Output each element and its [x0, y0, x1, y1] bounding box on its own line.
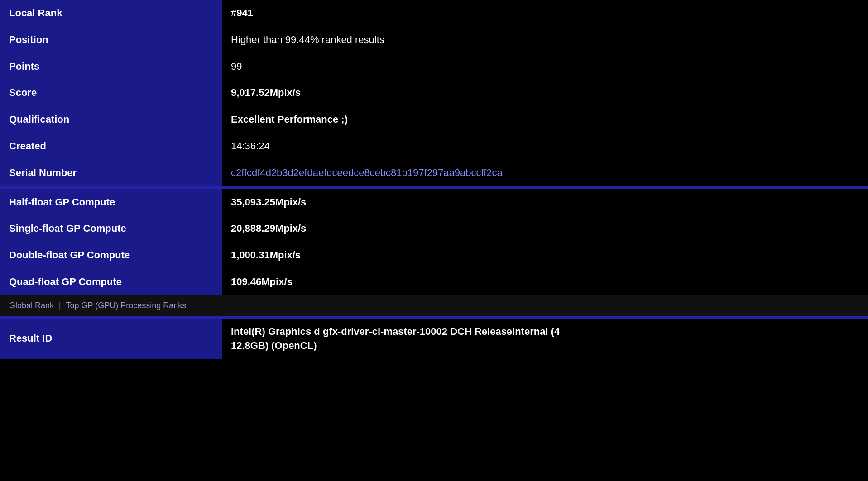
- row-value: c2ffcdf4d2b3d2efdaefdceedce8cebc81b197f2…: [222, 160, 868, 186]
- row-value: 14:36:24: [222, 133, 868, 160]
- compute-section: Half-float GP Compute35,093.25Mpix/sSing…: [0, 189, 868, 295]
- row-label: Points: [0, 53, 222, 80]
- link-separator: |: [59, 301, 61, 310]
- row-label: Position: [0, 27, 222, 53]
- row-value: 20,888.29Mpix/s: [222, 215, 868, 242]
- row-value: #941: [222, 0, 868, 27]
- row-value: Higher than 99.44% ranked results: [222, 27, 868, 53]
- row-label: Single-float GP Compute: [0, 215, 222, 242]
- table-row: Score9,017.52Mpix/s: [0, 80, 868, 106]
- top-section: Local Rank#941PositionHigher than 99.44%…: [0, 0, 868, 186]
- row-value: 109.46Mpix/s: [222, 269, 868, 295]
- row-label: Double-float GP Compute: [0, 242, 222, 269]
- result-table: Result IDIntel(R) Graphics d gfx-driver-…: [0, 319, 868, 359]
- table-row: Serial Numberc2ffcdf4d2b3d2efdaefdceedce…: [0, 160, 868, 186]
- row-label: Score: [0, 80, 222, 106]
- table-row: Half-float GP Compute35,093.25Mpix/s: [0, 189, 868, 216]
- row-label: Quad-float GP Compute: [0, 269, 222, 295]
- top-gp-link[interactable]: Top GP (GPU) Processing Ranks: [66, 301, 186, 310]
- table-row: Local Rank#941: [0, 0, 868, 27]
- global-rank-link[interactable]: Global Rank: [9, 301, 54, 310]
- row-label: Serial Number: [0, 160, 222, 186]
- row-label: Created: [0, 133, 222, 160]
- row-label: Qualification: [0, 106, 222, 133]
- row-value: 35,093.25Mpix/s: [222, 189, 868, 216]
- row-label: Half-float GP Compute: [0, 189, 222, 216]
- row-label: Result ID: [0, 319, 222, 359]
- footer-links-bar: Global Rank | Top GP (GPU) Processing Ra…: [0, 295, 868, 316]
- row-value: 9,017.52Mpix/s: [222, 80, 868, 106]
- table-row: Quad-float GP Compute109.46Mpix/s: [0, 269, 868, 295]
- row-value: Excellent Performance ;): [222, 106, 868, 133]
- table-row: QualificationExcellent Performance ;): [0, 106, 868, 133]
- table-row: Points99: [0, 53, 868, 80]
- row-value: 1,000.31Mpix/s: [222, 242, 868, 269]
- result-section: Result IDIntel(R) Graphics d gfx-driver-…: [0, 319, 868, 359]
- row-value: 99: [222, 53, 868, 80]
- top-info-table: Local Rank#941PositionHigher than 99.44%…: [0, 0, 868, 186]
- table-row: Result IDIntel(R) Graphics d gfx-driver-…: [0, 319, 868, 359]
- table-row: Single-float GP Compute20,888.29Mpix/s: [0, 215, 868, 242]
- table-row: PositionHigher than 99.44% ranked result…: [0, 27, 868, 53]
- row-value: Intel(R) Graphics d gfx-driver-ci-master…: [222, 319, 868, 359]
- row-label: Local Rank: [0, 0, 222, 27]
- table-row: Double-float GP Compute1,000.31Mpix/s: [0, 242, 868, 269]
- table-row: Created14:36:24: [0, 133, 868, 160]
- compute-table: Half-float GP Compute35,093.25Mpix/sSing…: [0, 189, 868, 295]
